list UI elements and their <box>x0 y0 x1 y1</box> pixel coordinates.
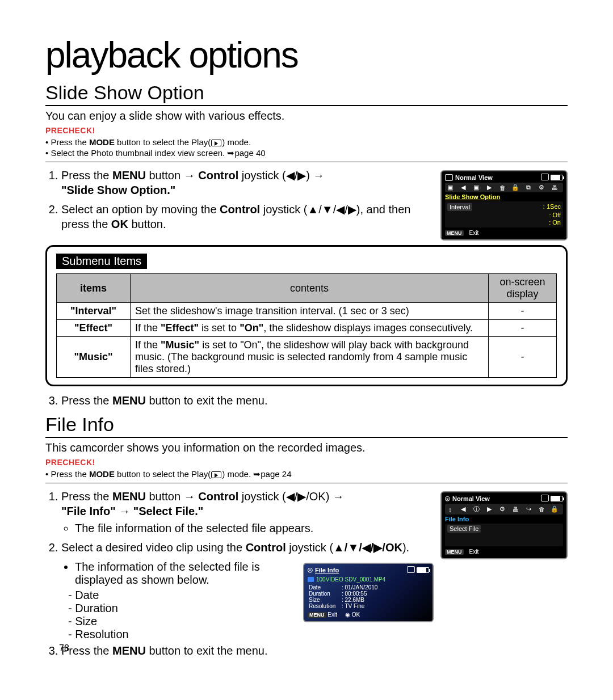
submenu-label: Submenu Items <box>56 254 147 269</box>
t: Press the <box>51 137 89 147</box>
osd-exit: Exit <box>469 230 479 236</box>
precheck-list-1: • Press the MODE button to select the Pl… <box>45 137 568 162</box>
play-icon <box>211 140 221 146</box>
folder-icon <box>308 577 314 582</box>
t: Press the <box>61 394 112 407</box>
battery-icon <box>551 496 563 501</box>
menu-btn-icon: MENU <box>445 230 464 236</box>
osd-file-figure: ⦾Normal View ↕◀ⓘ▶⚙🖶↪🗑🔒 File Info Select … <box>440 491 568 559</box>
card-icon <box>407 566 415 573</box>
t: Press the <box>61 490 112 503</box>
t: Press the <box>51 469 89 479</box>
submenu-box: Submenu Items items contents on-screen d… <box>45 245 568 386</box>
menu-btn-icon: MENU <box>445 549 464 555</box>
t: MODE <box>89 137 115 147</box>
t: ) mode. <box>222 469 253 479</box>
th: on-screen display <box>489 274 557 303</box>
osd-mode: Normal View <box>455 174 493 181</box>
list-item: Resolution <box>68 628 568 641</box>
file-intro: This camcorder shows you information on … <box>45 441 568 454</box>
osd-val: 1Sec <box>547 203 561 210</box>
osd-icon-row: ↕◀ⓘ▶⚙🖶↪🗑🔒 <box>445 504 563 515</box>
t: Select a desired video clip using the <box>61 541 246 554</box>
thumb-icon <box>445 174 453 181</box>
t: MENU <box>112 394 146 407</box>
ok-icon: ◉ <box>345 612 350 618</box>
t: Select an option by moving the <box>61 203 220 216</box>
t: MENU <box>112 490 146 503</box>
file-path: 100VIDEO SDV_0001.MP4 <box>308 576 429 583</box>
file-info-table: Date01/JAN/2010 Duration00:00:55 Size22.… <box>308 584 379 609</box>
page-ref: ➥page 24 <box>253 469 291 479</box>
osd-fileinfo-figure: ⦾File Info 100VIDEO SDV_0001.MP4 Date01/… <box>303 563 434 622</box>
t: Control <box>220 203 260 216</box>
t: OK <box>352 612 360 618</box>
th: contents <box>131 274 489 303</box>
t: button. <box>128 218 166 230</box>
slide-heading: Slide Show Option <box>45 82 568 106</box>
t: joystick (◀/▶/OK) → <box>238 490 344 503</box>
t: Control <box>246 541 286 554</box>
page-ref: ➥page 40 <box>227 148 265 158</box>
t: OK <box>111 218 128 230</box>
card-icon <box>541 174 549 180</box>
file-step3: Press the MENU button to exit the menu. <box>45 643 568 658</box>
precheck-list-2: • Press the MODE button to select the Pl… <box>45 469 568 483</box>
osd-mode: Normal View <box>452 495 490 502</box>
osd-item: Interval <box>447 203 472 211</box>
t: button to select the Play( <box>115 469 211 479</box>
t: Press the <box>61 169 112 182</box>
table-row: "Effect" If the "Effect" is set to "On",… <box>57 320 557 337</box>
t: ). <box>402 541 409 554</box>
play-icon <box>211 471 221 478</box>
table-row: "Interval" Set the slideshow's image tra… <box>57 303 557 320</box>
osd-val: Off <box>553 212 561 218</box>
card-icon <box>541 495 549 501</box>
battery-icon <box>417 567 429 573</box>
file-heading: File Info <box>45 414 568 438</box>
osd-heading: Slide Show Option <box>445 193 563 200</box>
osd-select: Select File <box>447 525 481 533</box>
t: button to exit the menu. <box>146 644 268 657</box>
t: ) mode. <box>222 137 251 147</box>
osd-exit: Exit <box>469 549 479 555</box>
osd-val: On <box>552 219 561 226</box>
t: Control <box>198 169 238 182</box>
t: joystick ( <box>286 541 333 554</box>
t: joystick (◀/▶) → <box>238 169 324 182</box>
th: items <box>57 274 131 303</box>
t: MENU <box>112 169 146 182</box>
t: Exit <box>328 612 337 618</box>
menu-btn-icon: MENU <box>308 612 326 618</box>
precheck-label-1: PRECHECK! <box>45 126 568 135</box>
slide-intro: You can enjoy a slide show with various … <box>45 109 568 123</box>
t: MODE <box>89 469 115 479</box>
battery-icon <box>551 175 563 180</box>
submenu-table: items contents on-screen display "Interv… <box>56 273 557 378</box>
page-title: playback options <box>45 34 568 76</box>
slide-step3: Press the MENU button to exit the menu. <box>45 393 568 408</box>
t: MENU <box>112 644 146 657</box>
t: "Slide Show Option." <box>61 184 175 196</box>
page-number: 78 <box>59 643 69 653</box>
t: button to exit the menu. <box>146 394 268 407</box>
osd-heading: File Info <box>445 516 563 522</box>
osd-title: File Info <box>315 567 339 574</box>
t: "File Info" → "Select File." <box>61 505 203 517</box>
t: button → <box>146 490 198 503</box>
precheck-label-2: PRECHECK! <box>45 458 568 467</box>
table-row: "Music" If the "Music" is set to "On", t… <box>57 337 557 378</box>
t: button → <box>146 169 198 182</box>
t: button to select the Play( <box>115 137 211 147</box>
t: Control <box>198 490 238 503</box>
t: Select the Photo thumbnail index view sc… <box>51 148 227 158</box>
osd-icon-row: ▣◀▣▶🗑🔒⧉⚙🖶 <box>445 183 563 192</box>
t: ▲/▼/◀/▶/OK <box>333 541 402 554</box>
osd-slide-figure: Normal View ▣◀▣▶🗑🔒⧉⚙🖶 Slide Show Option … <box>440 170 568 241</box>
